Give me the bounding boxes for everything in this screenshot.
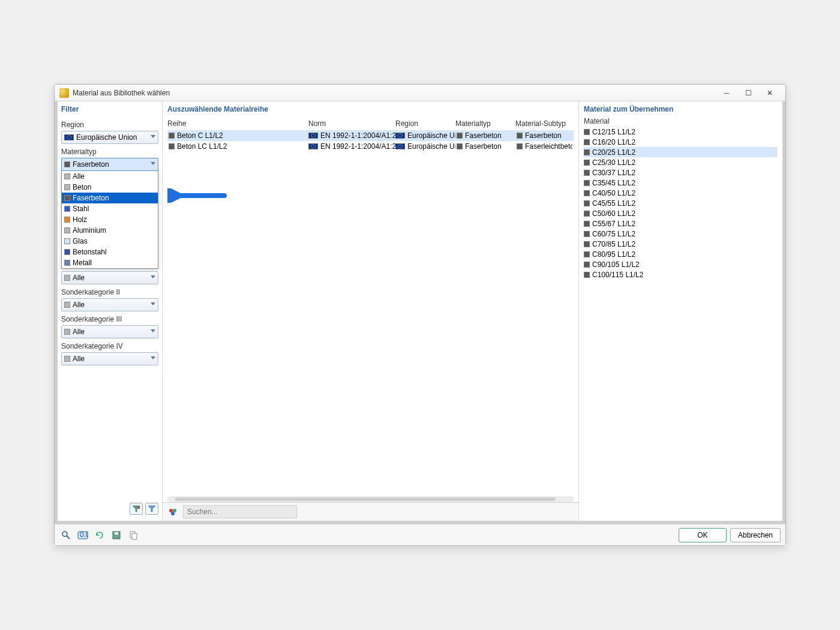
cell-region: Europäische Uni... [407,142,455,151]
material-item[interactable]: C35/45 L1/L2 [584,178,778,188]
material-item[interactable]: C50/60 L1/L2 [584,208,778,218]
search-input[interactable] [183,505,297,518]
option-label: Aluminium [73,226,106,235]
option-label: Stahl [73,205,89,213]
material-item[interactable]: C16/20 L1/L2 [584,137,778,147]
material-item[interactable]: C90/105 L1/L2 [584,259,778,269]
filter-title: Filter [61,105,158,113]
material-label: C90/105 L1/L2 [592,260,640,269]
materialtyp-option[interactable]: Aluminium [62,225,158,236]
option-label: Metall [73,259,92,267]
col-norm[interactable]: Norm [308,119,395,128]
tool-units-button[interactable]: 0.00 [76,529,89,542]
col-mtyp[interactable]: Materialtyp [455,119,515,128]
sk2-combo[interactable]: Alle [61,298,158,311]
filter-pane: Filter Region Europäische Union Material… [58,101,163,521]
sk3-combo[interactable]: Alle [61,325,158,338]
bottom-bar: 0.00 OK Abbrechen [55,524,785,545]
material-item[interactable]: C25/30 L1/L2 [584,157,778,167]
material-item[interactable]: C30/37 L1/L2 [584,167,778,178]
material-label: C50/60 L1/L2 [592,209,635,218]
materialsubtyp-combo[interactable]: Alle [61,271,158,284]
copy-icon [128,530,138,540]
swatch-icon [64,249,70,255]
maximize-button[interactable]: ☐ [737,86,759,100]
material-row[interactable]: Beton C L1/L2EN 1992-1-1:2004/A1:2...Eur… [167,130,574,141]
right-pane: Material zum Übernehmen Material C12/15 … [578,101,782,521]
col-reihe[interactable]: Reihe [167,119,308,128]
minimize-button[interactable]: ─ [716,86,737,100]
tool-save-button[interactable] [110,529,123,542]
materialtyp-value: Faserbeton [73,160,109,169]
scroll-thumb[interactable] [175,497,556,501]
material-item[interactable]: C55/67 L1/L2 [584,218,778,229]
material-label: C16/20 L1/L2 [592,138,635,146]
tool-search-button[interactable] [59,529,73,542]
material-item[interactable]: C80/95 L1/L2 [584,249,778,259]
material-row[interactable]: Beton LC L1/L2EN 1992-1-1:2004/A1:2...Eu… [167,141,574,152]
ok-button[interactable]: OK [679,528,727,542]
annotation-arrow [167,188,227,203]
materialtyp-option[interactable]: Holz [62,214,158,225]
cell-msub: Faserleichtbeton [525,142,572,151]
cell-msub: Faserbeton [525,131,562,140]
material-item[interactable]: C20/25 L1/L2 [584,147,778,157]
materialtyp-option[interactable]: Stahl [62,203,158,214]
col-msub[interactable]: Material-Subtyp [515,119,572,128]
clear-filter-button[interactable] [130,503,143,515]
material-label: C12/15 L1/L2 [592,128,635,136]
swatch-icon [584,190,590,196]
svg-line-5 [67,536,70,539]
option-label: Faserbeton [73,194,109,202]
material-label: C60/75 L1/L2 [592,230,635,238]
save-icon [112,530,121,540]
material-item[interactable]: C45/55 L1/L2 [584,198,778,208]
chevron-down-icon [151,275,155,278]
filter-footer [61,500,158,517]
horizontal-scrollbar[interactable] [167,496,574,502]
material-label: C20/25 L1/L2 [592,148,635,157]
material-item[interactable]: C70/85 L1/L2 [584,239,778,249]
tool-refresh-button[interactable] [93,529,106,542]
svg-point-4 [62,532,67,536]
combo-value: Alle [73,355,85,363]
swatch-icon [584,180,590,186]
col-region[interactable]: Region [395,119,455,128]
materialtyp-option[interactable]: Glas [62,236,158,247]
material-label: C70/85 L1/L2 [592,240,635,248]
swatch-icon [584,211,590,217]
sk3-label: Sonderkategorie III [61,315,158,323]
eu-flag-icon [395,143,405,149]
color-tool-button[interactable] [166,505,179,518]
swatch-icon [584,262,590,268]
materialtyp-option[interactable]: Betonstahl [62,247,158,257]
material-item[interactable]: C40/50 L1/L2 [584,188,778,198]
filter-button[interactable] [145,503,158,515]
grid-header: Reihe Norm Region Materialtyp Material-S… [167,117,574,130]
region-combo[interactable]: Europäische Union [61,131,158,144]
cell-norm: EN 1992-1-1:2004/A1:2... [320,131,395,140]
material-item[interactable]: C12/15 L1/L2 [584,127,778,137]
sk4-label: Sonderkategorie IV [61,342,158,350]
materialtyp-combo[interactable]: Faserbeton [61,158,158,171]
material-item[interactable]: C60/75 L1/L2 [584,229,778,239]
material-item[interactable]: C100/115 L1/L2 [584,269,778,280]
cancel-button[interactable]: Abbrechen [730,528,781,542]
sk4-combo[interactable]: Alle [61,352,158,365]
materialtyp-option[interactable]: Beton [62,182,158,193]
option-label: Betonstahl [73,248,107,256]
materialtyp-option[interactable]: Metall [62,257,158,268]
materialtyp-option[interactable]: Alle [62,171,158,182]
chevron-down-icon [151,162,155,165]
eu-flag-icon [308,143,318,149]
center-title: Auszuwählende Materialreihe [167,105,574,113]
materialtyp-option[interactable]: Faserbeton [62,193,158,203]
material-list: C12/15 L1/L2C16/20 L1/L2C20/25 L1/L2C25/… [584,127,778,280]
grid-body: Beton C L1/L2EN 1992-1-1:2004/A1:2...Eur… [167,130,574,152]
tool-copy-button[interactable] [127,529,140,542]
close-button[interactable]: ✕ [759,86,781,100]
swatch-icon [64,238,70,244]
combo-value: Alle [73,274,85,282]
titlebar: Material aus Bibliothek wählen ─ ☐ ✕ [55,85,785,101]
option-label: Holz [73,215,87,224]
